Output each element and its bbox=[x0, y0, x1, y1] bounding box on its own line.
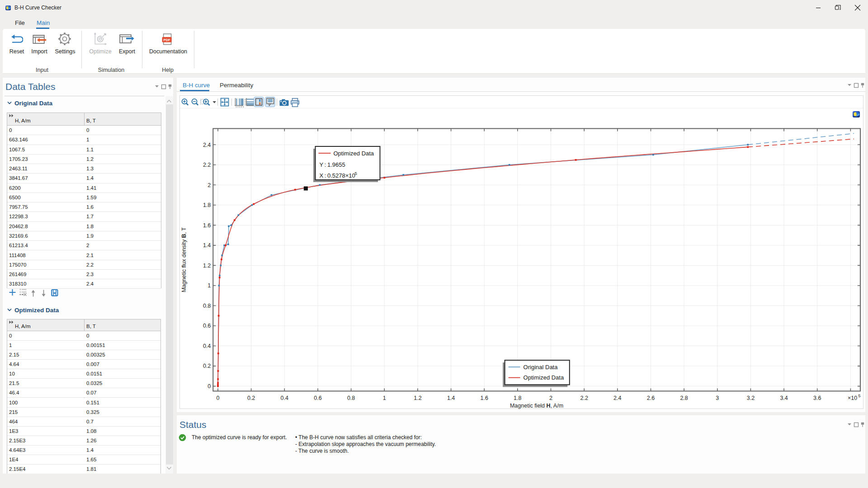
svg-text:1.2: 1.2 bbox=[203, 263, 211, 269]
svg-text:PDF: PDF bbox=[164, 38, 170, 42]
svg-text:0.4: 0.4 bbox=[203, 343, 211, 349]
svg-text:1.8: 1.8 bbox=[514, 395, 521, 401]
svg-text:×10: ×10 bbox=[848, 395, 857, 401]
svg-text:0.6: 0.6 bbox=[203, 323, 211, 329]
svg-text:2.4: 2.4 bbox=[613, 395, 621, 401]
svg-text:0.6: 0.6 bbox=[314, 395, 321, 401]
svg-text:Original Data: Original Data bbox=[524, 364, 558, 371]
svg-text:1: 1 bbox=[383, 395, 386, 401]
svg-text:Optimized Data: Optimized Data bbox=[334, 150, 374, 157]
svg-text:1.4: 1.4 bbox=[203, 242, 211, 249]
svg-text:3.6: 3.6 bbox=[813, 395, 821, 401]
svg-text:0.4: 0.4 bbox=[281, 395, 288, 401]
svg-text:5: 5 bbox=[858, 393, 860, 398]
svg-text:1.2: 1.2 bbox=[414, 395, 421, 401]
svg-text:0.2: 0.2 bbox=[203, 363, 211, 369]
svg-text:0: 0 bbox=[217, 395, 220, 401]
svg-text:5: 5 bbox=[355, 171, 357, 176]
svg-text:X : 0.5278×10: X : 0.5278×10 bbox=[320, 172, 355, 179]
svg-text:0.8: 0.8 bbox=[347, 395, 355, 401]
svg-text:0.2: 0.2 bbox=[247, 395, 255, 401]
svg-text:2.2: 2.2 bbox=[580, 395, 588, 401]
svg-text:2: 2 bbox=[549, 395, 552, 401]
svg-text:Magnetic field H, A/m: Magnetic field H, A/m bbox=[510, 403, 563, 409]
svg-text:3.4: 3.4 bbox=[780, 395, 788, 401]
svg-text:2.4: 2.4 bbox=[203, 142, 211, 148]
svg-text:Y : 1.9655: Y : 1.9655 bbox=[320, 161, 345, 168]
svg-text:1.4: 1.4 bbox=[447, 395, 455, 401]
svg-text:2: 2 bbox=[208, 182, 211, 188]
svg-text:2.6: 2.6 bbox=[647, 395, 655, 401]
svg-text:Optimized Data: Optimized Data bbox=[524, 374, 564, 381]
svg-text:3.2: 3.2 bbox=[747, 395, 755, 401]
svg-text:3: 3 bbox=[716, 395, 719, 401]
svg-text:Magnetic flux density B, T: Magnetic flux density B, T bbox=[181, 227, 187, 292]
svg-text:1.6: 1.6 bbox=[481, 395, 488, 401]
svg-text:2.2: 2.2 bbox=[203, 162, 211, 168]
svg-text:1.6: 1.6 bbox=[203, 222, 211, 229]
svg-text:2.8: 2.8 bbox=[680, 395, 688, 401]
svg-text:0: 0 bbox=[208, 383, 211, 389]
svg-text:1.8: 1.8 bbox=[203, 202, 211, 208]
svg-text:0.8: 0.8 bbox=[203, 303, 211, 309]
svg-text:1: 1 bbox=[208, 282, 211, 289]
